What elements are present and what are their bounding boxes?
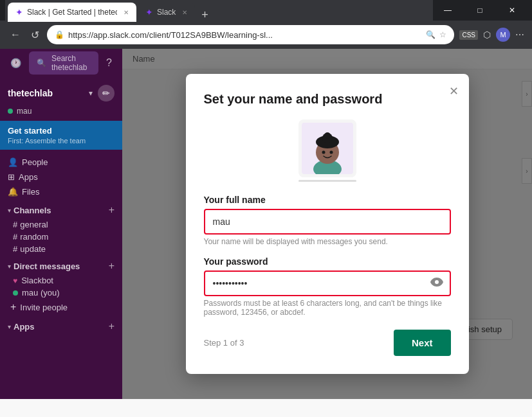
inactive-tab-close[interactable]: ✕ [182,9,187,16]
dm-slackbot-label: Slackbot [21,276,53,285]
sidebar: 🕐 🔍 Search thetechlab ? thetechlab ▾ ✏ m… [0,49,122,399]
address-bar: ← ↺ 🔒 https://app.slack.com/client/T012S… [0,21,532,49]
add-dm-icon[interactable]: + [109,260,115,272]
channel-general-label: general [20,220,48,229]
title-bar: ✦ Slack | Get Started | thetechlab ✕ ✦ S… [0,0,532,21]
add-app-icon[interactable]: + [109,321,115,332]
svg-point-7 [322,151,325,154]
user-name: mau [17,107,32,116]
get-started-subtitle: First: Assemble the team [8,137,115,145]
full-name-group: Your full name Your name will be display… [204,195,451,246]
dm-label: Direct messages [14,262,106,271]
full-name-input[interactable] [204,209,451,235]
close-button[interactable]: ✕ [497,0,527,21]
full-name-hint: Your name will be displayed with message… [204,237,451,246]
window-controls: — □ ✕ [433,0,527,21]
apps-arrow-icon: ▾ [8,323,11,330]
url-search-icon: 🔍 [426,30,436,39]
get-started-section[interactable]: Get started First: Assemble the team [0,121,122,150]
inactive-tab-label: Slack [157,8,176,17]
sidebar-item-people[interactable]: 👤 People [0,155,122,170]
modal-title: Set your name and password [204,92,451,107]
hash-icon: # [13,220,17,229]
dm-mau-label: mau (you) [22,288,60,297]
search-bar[interactable]: 🔍 Search thetechlab [29,51,98,75]
main-content: Name › › Finish setup ✕ Set your name an… [122,49,532,399]
sidebar-topbar: 🕐 🔍 Search thetechlab ? [0,49,122,77]
channel-general[interactable]: # general [0,218,122,231]
channels-arrow-icon: ▾ [8,207,11,214]
inactive-tab[interactable]: ✦ Slack ✕ [138,3,195,22]
star-icon: ☆ [439,30,446,39]
slack-tab2-icon: ✦ [145,7,153,17]
lock-icon: 🔒 [55,30,64,39]
maximize-button[interactable]: □ [465,0,495,21]
history-icon[interactable]: 🕐 [10,58,21,68]
eye-icon[interactable] [430,278,443,289]
slack-tab-icon: ✦ [15,7,23,17]
channel-update[interactable]: # update [0,243,122,255]
add-channel-icon[interactable]: + [109,204,115,216]
active-tab-label: Slack | Get Started | thetechlab [27,8,117,17]
avatar-image [302,123,353,174]
css-badge[interactable]: CSS [459,30,478,40]
dm-mau[interactable]: mau (you) [0,287,122,299]
people-icon: 👤 [8,157,18,167]
sidebar-item-files[interactable]: 🔔 Files [0,184,122,199]
help-icon[interactable]: ? [106,57,112,69]
dm-online-dot [13,290,18,296]
plus-icon: + [10,301,16,313]
dm-arrow-icon: ▾ [8,263,11,270]
password-label: Your password [204,256,451,267]
minimize-button[interactable]: — [433,0,463,21]
apps-section-header[interactable]: ▾ Apps + [0,315,122,335]
url-text: https://app.slack.com/client/T012SA9BBW/… [68,30,422,40]
svg-point-9 [435,280,439,284]
heart-icon: ♥ [13,276,17,285]
extension-icon[interactable]: ⬡ [483,30,491,40]
sidebar-item-apps-label: Apps [19,172,38,182]
new-tab-button[interactable]: + [196,8,214,22]
sidebar-item-apps[interactable]: ⊞ Apps [0,170,122,184]
dm-header[interactable]: ▾ Direct messages + [0,255,122,274]
refresh-button[interactable]: ↺ [28,26,42,44]
channel-random[interactable]: # random [0,231,122,243]
channel-random-label: random [20,232,48,242]
active-tab-close[interactable]: ✕ [124,9,129,16]
password-input[interactable] [204,271,451,296]
dm-slackbot[interactable]: ♥ Slackbot [0,274,122,287]
password-hint: Passwords must be at least 6 characters … [204,299,451,317]
full-name-label: Your full name [204,195,451,205]
modal-overlay: ✕ Set your name and password [122,49,532,399]
workspace-name: thetechlab [8,88,84,98]
more-options-icon[interactable]: ⋯ [515,30,524,40]
invite-people-button[interactable]: + Invite people [0,299,122,315]
search-text: Search thetechlab [51,54,91,72]
get-started-title: Get started [8,126,115,136]
files-icon: 🔔 [8,187,18,197]
sidebar-item-files-label: Files [22,187,39,197]
modal-close-button[interactable]: ✕ [449,84,459,98]
sidebar-item-people-label: People [22,157,48,167]
back-button[interactable]: ← [8,26,23,43]
password-wrapper [204,271,451,296]
compose-button[interactable]: ✏ [98,85,115,102]
modal-footer: Step 1 of 3 Next [204,330,451,356]
avatar-underline [298,180,356,182]
invite-people-label: Invite people [20,303,68,312]
svg-point-6 [324,132,331,139]
toolbar-icons: CSS ⬡ M ⋯ [459,28,524,42]
chevron-down-icon[interactable]: ▾ [89,89,93,98]
url-bar[interactable]: 🔒 https://app.slack.com/client/T012SA9BB… [47,25,454,44]
profile-icon[interactable]: M [496,28,510,42]
slack-app: 🕐 🔍 Search thetechlab ? thetechlab ▾ ✏ m… [0,49,532,399]
hash-icon-2: # [13,232,17,242]
channels-header[interactable]: ▾ Channels + [0,199,122,218]
channels-label: Channels [14,206,106,215]
search-icon: 🔍 [37,58,46,67]
next-button[interactable]: Next [394,330,451,356]
status-dot [8,109,13,114]
hash-icon-3: # [13,244,17,254]
modal-dialog: ✕ Set your name and password [186,74,469,374]
active-tab[interactable]: ✦ Slack | Get Started | thetechlab ✕ [8,3,136,22]
